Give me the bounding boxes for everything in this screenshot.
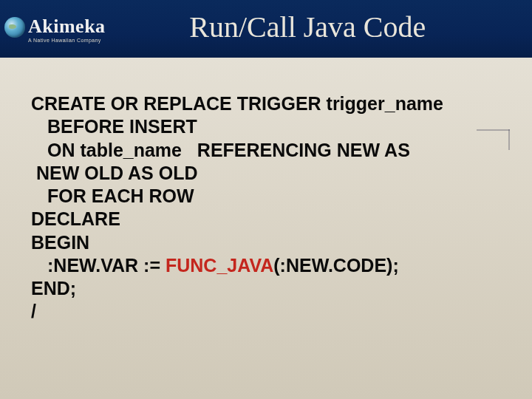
code-line: NEW OLD AS OLD (31, 163, 197, 183)
logo-tagline: A Native Hawaiian Company (28, 38, 106, 43)
code-line: / (31, 301, 36, 321)
code-line: FOR EACH ROW (47, 185, 194, 206)
code-line: DECLARE (31, 208, 120, 229)
code-line: BEGIN (31, 232, 89, 253)
function-name: FUNC_JAVA (166, 255, 273, 276)
code-line: CREATE OR REPLACE TRIGGER trigger_name (31, 93, 443, 114)
header-bar: Akimeka A Native Hawaiian Company Run/Ca… (0, 0, 532, 58)
slide-title: Run/Call Java Code (106, 10, 532, 44)
globe-icon (4, 17, 25, 38)
slide: Akimeka A Native Hawaiian Company Run/Ca… (0, 0, 532, 399)
code-line: (:NEW.CODE); (273, 255, 398, 276)
code-line: ON table_name REFERENCING NEW AS (47, 140, 410, 160)
logo-main: Akimeka (28, 17, 106, 36)
logo: Akimeka A Native Hawaiian Company (4, 17, 106, 43)
code-block: CREATE OR REPLACE TRIGGER trigger_name B… (31, 92, 502, 324)
code-line: :NEW.VAR := (47, 255, 166, 276)
logo-text: Akimeka A Native Hawaiian Company (28, 17, 106, 43)
code-line: END; (31, 278, 76, 299)
code-line: BEFORE INSERT (47, 116, 197, 137)
